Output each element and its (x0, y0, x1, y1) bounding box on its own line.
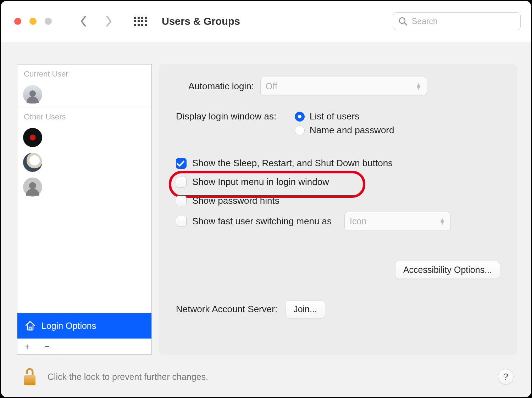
login-options-label: Login Options (41, 321, 96, 331)
select-value: Icon (350, 216, 366, 226)
users-sidebar: Current User Other Users Login Options (17, 64, 152, 355)
stepper-icon: ▲▼ (439, 218, 445, 224)
user-row[interactable] (17, 175, 151, 200)
body: Current User Other Users Login Options (1, 42, 531, 355)
checkbox-sleep-restart-shutdown[interactable]: Show the Sleep, Restart, and Shut Down b… (176, 156, 500, 171)
forward-button[interactable] (101, 14, 116, 28)
back-button[interactable] (77, 14, 91, 28)
other-users-header: Other Users (17, 107, 151, 125)
radio-label: Name and password (310, 125, 394, 136)
avatar (23, 128, 42, 147)
search-field[interactable] (393, 12, 521, 30)
help-button[interactable]: ? (498, 369, 514, 385)
checkbox-fast-user-switching[interactable]: Show fast user switching menu as Icon ▲▼ (176, 210, 500, 232)
checkbox-label: Show password hints (192, 195, 279, 206)
checkbox-label: Show the Sleep, Restart, and Shut Down b… (192, 158, 393, 169)
radio-icon (295, 112, 305, 122)
user-row[interactable] (17, 125, 151, 150)
display-login-label: Display login window as: (176, 111, 295, 122)
checkbox-icon (176, 177, 187, 187)
pane-title: Users & Groups (162, 16, 240, 27)
current-user-header: Current User (17, 65, 151, 82)
checkbox-label: Show fast user switching menu as (192, 216, 332, 227)
checkbox-input-menu[interactable]: Show Input menu in login window (176, 172, 500, 192)
checkbox-label: Show Input menu in login window (192, 176, 329, 187)
radio-label: List of users (310, 111, 359, 122)
search-icon (398, 17, 408, 26)
current-user-row[interactable] (17, 82, 151, 107)
checkbox-icon (176, 158, 187, 169)
preferences-window: Users & Groups Current User Other Users (1, 1, 531, 397)
automatic-login-select[interactable]: Off ▲▼ (260, 77, 427, 95)
login-options-panel: Automatic login: Off ▲▼ Display login wi… (159, 64, 517, 355)
toolbar: Users & Groups (1, 1, 531, 42)
remove-user-button[interactable]: − (37, 339, 57, 354)
close-window-button[interactable] (14, 18, 21, 25)
lock-icon[interactable] (22, 367, 38, 387)
network-account-label: Network Account Server: (176, 304, 277, 315)
show-all-prefs-button[interactable] (133, 14, 148, 28)
checkbox-password-hints[interactable]: Show password hints (176, 193, 500, 208)
login-options-row[interactable]: Login Options (17, 313, 151, 338)
network-account-row: Network Account Server: Join... (176, 300, 500, 318)
footer: Click the lock to prevent further change… (1, 358, 531, 397)
add-user-button[interactable]: + (17, 339, 37, 354)
checkbox-icon (176, 196, 187, 206)
display-login-radios: List of users Name and password (295, 111, 394, 139)
automatic-login-value: Off (266, 81, 277, 91)
avatar (23, 153, 42, 172)
automatic-login-label: Automatic login: (176, 81, 254, 92)
sidebar-add-remove: + − (17, 338, 151, 354)
nav-buttons (77, 14, 116, 28)
lock-help-text: Click the lock to prevent further change… (48, 372, 208, 382)
svg-rect-2 (29, 327, 31, 330)
checkbox-icon (176, 216, 187, 226)
stepper-icon: ▲▼ (415, 83, 422, 89)
display-login-row: Display login window as: List of users N… (176, 111, 500, 139)
radio-icon (295, 125, 305, 135)
minimize-window-button[interactable] (29, 18, 37, 25)
zoom-window-button[interactable] (45, 18, 52, 25)
fast-user-switching-select[interactable]: Icon ▲▼ (344, 212, 451, 230)
join-button[interactable]: Join... (285, 300, 325, 318)
window-controls (14, 18, 52, 25)
accessibility-row: Accessibility Options... (176, 261, 500, 279)
automatic-login-row: Automatic login: Off ▲▼ (176, 77, 500, 95)
svg-line-1 (404, 23, 407, 25)
radio-name-and-password[interactable]: Name and password (295, 125, 394, 136)
avatar (23, 85, 42, 104)
svg-rect-4 (24, 375, 35, 385)
radio-list-of-users[interactable]: List of users (295, 111, 394, 122)
home-icon (24, 320, 36, 331)
current-user-section: Current User (17, 65, 151, 107)
search-input[interactable] (411, 16, 515, 27)
accessibility-options-button[interactable]: Accessibility Options... (395, 261, 500, 279)
other-users-section: Other Users (17, 107, 151, 200)
user-row[interactable] (17, 150, 151, 175)
avatar (23, 178, 42, 197)
